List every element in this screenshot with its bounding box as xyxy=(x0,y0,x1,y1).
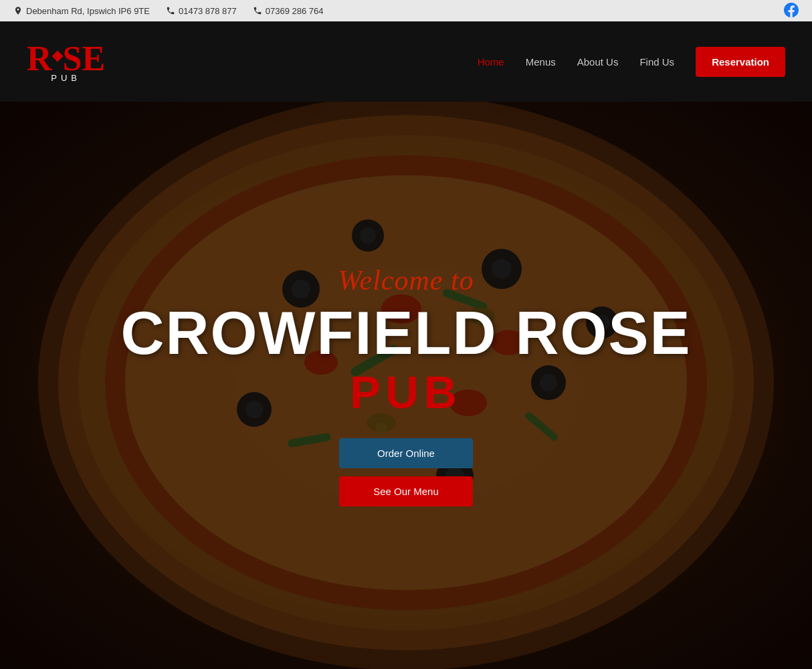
hero-pub-text: PUB xyxy=(121,366,692,418)
phone1-item: 01473 878 877 xyxy=(166,6,237,16)
logo-r: R xyxy=(27,41,52,76)
logo-diamond-icon xyxy=(52,50,63,62)
nav-about[interactable]: About Us xyxy=(577,56,619,68)
phone1-icon xyxy=(166,6,175,15)
order-online-button[interactable]: Order Online xyxy=(339,438,473,468)
nav-home[interactable]: Home xyxy=(478,56,504,68)
phone2-icon xyxy=(253,6,262,15)
main-nav: Home Menus About Us Find Us Reservation xyxy=(478,47,785,77)
hero-section: Welcome to CROWFIELD ROSE PUB Order Onli… xyxy=(0,102,812,669)
nav-find-us[interactable]: Find Us xyxy=(639,56,674,68)
social-facebook[interactable] xyxy=(784,3,799,19)
address-item: Debenham Rd, Ipswich IP6 9TE xyxy=(13,6,150,16)
phone2-item: 07369 286 764 xyxy=(253,6,324,16)
address-text: Debenham Rd, Ipswich IP6 9TE xyxy=(26,6,150,16)
reservation-button[interactable]: Reservation xyxy=(696,47,785,77)
phone2-text: 07369 286 764 xyxy=(266,6,324,16)
hero-welcome-text: Welcome to xyxy=(121,264,692,296)
phone1-text: 01473 878 877 xyxy=(179,6,237,16)
header: R SE PUB Home Menus About Us Find Us Res… xyxy=(0,21,812,102)
logo-pub-text: PUB xyxy=(51,74,81,82)
hero-title: CROWFIELD ROSE xyxy=(121,303,692,363)
logo-ose: SE xyxy=(63,41,106,76)
hero-content: Welcome to CROWFIELD ROSE PUB Order Onli… xyxy=(121,264,692,506)
facebook-icon xyxy=(784,3,799,17)
nav-menus[interactable]: Menus xyxy=(526,56,556,68)
topbar: Debenham Rd, Ipswich IP6 9TE 01473 878 8… xyxy=(0,0,812,21)
logo[interactable]: R SE PUB xyxy=(27,41,105,82)
location-icon xyxy=(13,6,23,15)
hero-buttons: Order Online See Our Menu xyxy=(121,438,692,506)
see-menu-button[interactable]: See Our Menu xyxy=(339,476,473,506)
